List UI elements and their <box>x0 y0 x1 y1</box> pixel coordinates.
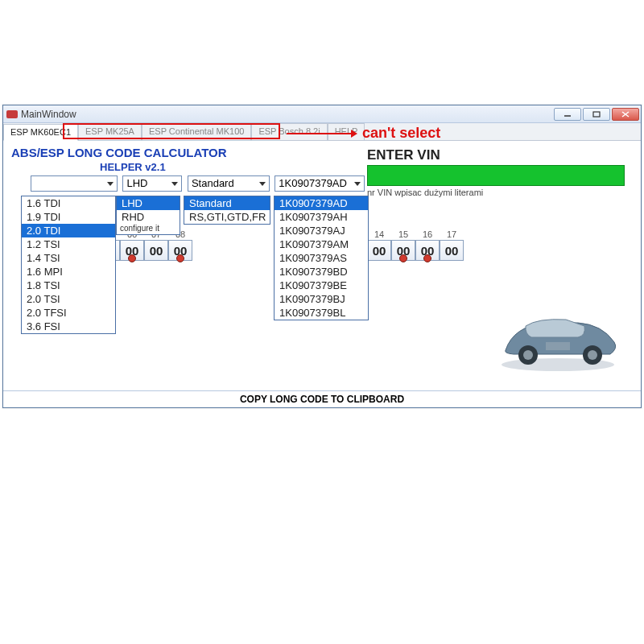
annotation-text: can't select <box>362 125 440 142</box>
byte-header: 14 <box>367 229 391 239</box>
main-window: MainWindow ESP MK60EC1 ESP MK25A ESP Con… <box>2 105 642 408</box>
engine-select[interactable] <box>31 175 118 192</box>
vin-input[interactable] <box>367 165 625 186</box>
side-dropdown[interactable]: LHDRHDconfigure it <box>116 196 180 235</box>
dropdown-option[interactable]: RS,GTI,GTD,FR <box>184 210 270 224</box>
dropdown-option[interactable]: 2.0 TDI <box>22 224 115 237</box>
tab-esp-continental-mk100[interactable]: ESP Continental MK100 <box>142 123 251 140</box>
dropdown-option[interactable]: 1.9 TDI <box>22 210 115 224</box>
dropdown-option[interactable]: 1K0907379BL <box>275 306 368 320</box>
dropdown-option[interactable]: 1.4 TSI <box>22 251 115 265</box>
dropdown-option[interactable]: 1.6 MPI <box>22 265 115 279</box>
byte-cell[interactable]: 00 <box>391 240 415 261</box>
dropdown-option[interactable]: 1K0907379AM <box>275 237 368 251</box>
part-dropdown[interactable]: 1K0907379AD1K0907379AH1K0907379AJ1K09073… <box>274 196 369 320</box>
byte-cell[interactable]: 00 <box>367 240 391 261</box>
dropdown-option[interactable]: 1K0907379BJ <box>275 292 368 306</box>
dropdown-option[interactable]: 1K0907379BE <box>275 279 368 292</box>
close-button[interactable] <box>612 108 639 121</box>
byte-cell[interactable]: 00 <box>120 240 144 261</box>
dropdown-option[interactable]: LHD <box>117 196 180 210</box>
dropdown-option[interactable]: RHD <box>117 210 180 224</box>
dropdown-option[interactable]: 1K0907379BD <box>275 265 368 279</box>
byte-header: 15 <box>391 229 415 239</box>
dropdown-option[interactable]: 1K0907379AJ <box>275 224 368 237</box>
tab-esp-mk60ec1[interactable]: ESP MK60EC1 <box>3 124 78 141</box>
bytes-right: 1415161700000000 <box>367 229 464 261</box>
enter-vin-label: ENTER VIN <box>367 147 626 163</box>
vin-hint: nr VIN wpisac dużymi literami <box>367 188 626 197</box>
dropdown-tail: configure it <box>117 224 180 234</box>
part-select[interactable]: 1K0907379AD <box>275 175 365 192</box>
trim-dropdown[interactable]: StandardRS,GTI,GTD,FR <box>184 196 270 225</box>
dropdown-option[interactable]: 1K0907379AH <box>275 210 368 224</box>
byte-header: 17 <box>440 229 464 239</box>
svg-rect-11 <box>546 342 570 350</box>
svg-rect-1 <box>593 112 600 117</box>
svg-marker-5 <box>351 130 357 138</box>
dropdown-option[interactable]: 1.2 TSI <box>22 237 115 251</box>
dropdown-option[interactable]: 2.0 TFSI <box>22 306 115 320</box>
byte-cell[interactable]: 00 <box>415 240 440 261</box>
byte-cell[interactable]: 00 <box>168 240 192 261</box>
svg-point-10 <box>588 350 597 360</box>
dropdown-option[interactable]: 1K0907379AS <box>275 251 368 265</box>
byte-cell[interactable]: 00 <box>144 240 168 261</box>
copy-long-code-button[interactable]: COPY LONG CODE TO CLIPBOARD <box>3 390 641 407</box>
content-area: ABS/ESP LONG CODE CALCULATOR HELPER v2.1… <box>3 141 641 390</box>
side-select[interactable]: LHD <box>122 175 182 192</box>
titlebar[interactable]: MainWindow <box>3 105 641 123</box>
dropdown-option[interactable]: 2.0 TSI <box>22 292 115 306</box>
svg-point-8 <box>523 350 533 360</box>
car-illustration <box>489 302 626 374</box>
trim-select[interactable]: Standard <box>188 175 270 192</box>
tab-esp-mk25a[interactable]: ESP MK25A <box>78 123 142 140</box>
tab-bar: ESP MK60EC1 ESP MK25A ESP Continental MK… <box>3 123 641 141</box>
dropdown-option[interactable]: 1.6 TDI <box>22 196 115 210</box>
dropdown-option[interactable]: 3.6 FSI <box>22 320 115 333</box>
byte-header: 16 <box>415 229 440 239</box>
dropdown-option[interactable]: 1.8 TSI <box>22 279 115 292</box>
page-subtitle: HELPER v2.1 <box>100 161 166 173</box>
dropdown-option[interactable]: Standard <box>184 196 270 210</box>
minimize-button[interactable] <box>554 108 581 121</box>
vin-panel: ENTER VIN nr VIN wpisac dużymi literami <box>367 147 626 197</box>
maximize-button[interactable] <box>583 108 610 121</box>
annotation-arrow: can't select <box>287 125 440 142</box>
dropdown-option[interactable]: 1K0907379AD <box>275 196 368 210</box>
app-icon <box>6 110 18 118</box>
byte-cell[interactable]: 00 <box>440 240 464 261</box>
window-title: MainWindow <box>21 109 76 120</box>
engine-dropdown[interactable]: 1.6 TDI1.9 TDI2.0 TDI1.2 TSI1.4 TSI1.6 M… <box>21 196 116 334</box>
